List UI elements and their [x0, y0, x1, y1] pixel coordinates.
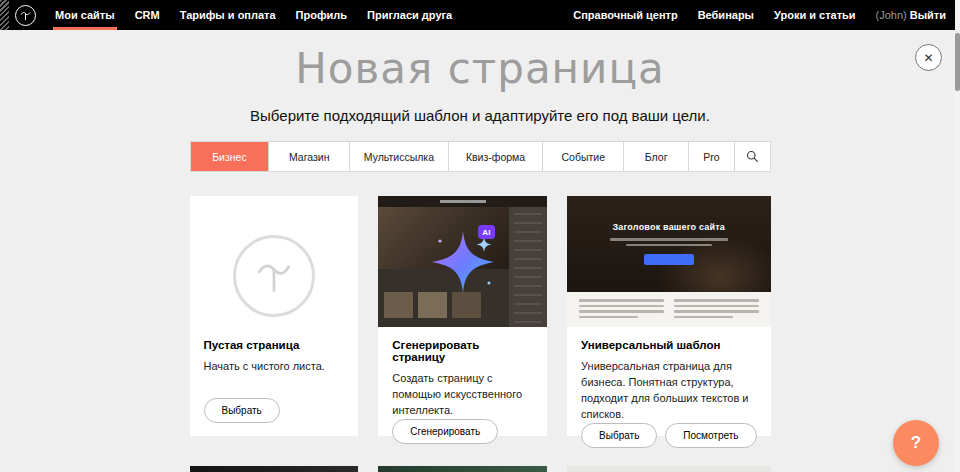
page-subtitle: Выберите подходящий шаблон и адаптируйте…: [0, 107, 960, 124]
tab-label: Бизнес: [212, 151, 246, 163]
close-button[interactable]: ✕: [915, 44, 942, 71]
card-title: Сгенерировать страницу: [392, 339, 533, 363]
preview-subtext-line: [626, 244, 712, 247]
nav-item-crm[interactable]: CRM: [125, 0, 170, 30]
card-title: Универсальный шаблон: [581, 339, 756, 351]
scrollbar-thumb[interactable]: [955, 33, 960, 91]
nav-item-webinars[interactable]: Вебинары: [688, 0, 764, 30]
nav-item-my-sites[interactable]: Мои сайты: [45, 0, 125, 30]
preview-side-panel: [509, 207, 547, 327]
nav-item-label: Пригласи друга: [367, 9, 452, 21]
preview-text-line: [674, 299, 759, 302]
page-title: Новая страница: [0, 46, 960, 92]
nav-item-label: Уроки и статьи: [774, 9, 856, 21]
topbar-nav-left: Мои сайты CRM Тарифы и оплата Профиль Пр…: [45, 0, 462, 30]
nav-item-label: Профиль: [296, 9, 347, 21]
tilda-logo-button[interactable]: [9, 0, 45, 30]
ai-badge: AI: [478, 225, 495, 239]
topbar: Мои сайты CRM Тарифы и оплата Профиль Пр…: [0, 0, 960, 30]
template-card-ai-generate[interactable]: AI Сгенерировать страницу Создать страни…: [378, 196, 547, 436]
card-body: Универсальный шаблон Универсальная стран…: [567, 327, 770, 423]
scrollbar-track[interactable]: [955, 0, 960, 472]
blank-page-media: [190, 196, 359, 327]
tab-label: Мультиссылка: [364, 151, 434, 163]
preview-text-column: [579, 299, 664, 320]
nav-item-label: Справочный центр: [573, 9, 677, 21]
template-card-partial[interactable]: [190, 466, 359, 472]
card-title: Пустая страница: [204, 339, 345, 351]
tab-business[interactable]: Бизнес: [191, 142, 269, 171]
tab-pro[interactable]: Pro: [688, 142, 733, 171]
nav-item-label: Вебинары: [698, 9, 754, 21]
card-footer: Выбрать: [190, 398, 359, 436]
preview-thumbnail: [384, 292, 413, 318]
preview-text-line: [579, 316, 638, 319]
nav-item-billing[interactable]: Тарифы и оплата: [170, 0, 286, 30]
tab-quiz-form[interactable]: Квиз-форма: [448, 142, 543, 171]
card-footer: Выбрать Посмотреть: [567, 423, 770, 461]
tilda-mark-icon: [233, 235, 315, 317]
template-card-partial[interactable]: [567, 466, 770, 472]
tab-label: Квиз-форма: [466, 151, 525, 163]
ai-generate-media: AI: [378, 196, 547, 327]
tab-label: Pro: [703, 151, 719, 163]
card-description: Создать страницу с помощью искусственног…: [392, 371, 533, 419]
preview-text-line: [674, 310, 759, 313]
search-icon: [746, 150, 759, 163]
topbar-nav-right: Справочный центр Вебинары Уроки и статьи…: [563, 0, 960, 30]
card-media: [567, 466, 770, 472]
card-media: [190, 466, 359, 472]
card-body: Пустая страница Начать с чистого листа.: [190, 327, 359, 375]
logout-label: Выйти: [910, 9, 946, 21]
universal-template-media: Заголовок вашего сайта: [567, 196, 770, 327]
preview-text-column: [674, 299, 759, 320]
tab-search[interactable]: [734, 142, 770, 171]
nav-item-invite-friend[interactable]: Пригласи друга: [357, 0, 462, 30]
card-footer: Сгенерировать: [378, 419, 547, 457]
help-button[interactable]: ?: [893, 420, 939, 466]
template-card-blank-page[interactable]: Пустая страница Начать с чистого листа. …: [190, 196, 359, 436]
choose-button[interactable]: Выбрать: [204, 398, 280, 423]
card-media: [378, 466, 547, 472]
choose-button[interactable]: Выбрать: [581, 423, 657, 448]
user-name: (John): [876, 9, 907, 21]
preview-text-line: [579, 305, 664, 308]
tab-blog[interactable]: Блог: [623, 142, 688, 171]
tab-label: Событие: [561, 151, 605, 163]
nav-item-profile[interactable]: Профиль: [286, 0, 357, 30]
preview-text-line: [674, 305, 759, 308]
tab-multilink[interactable]: Мультиссылка: [349, 142, 448, 171]
new-page-modal: ✕ Новая страница Выберите подходящий шаб…: [0, 30, 960, 472]
preview-text-line: [579, 299, 664, 302]
template-card-universal[interactable]: Заголовок вашего сайта: [567, 196, 770, 436]
close-icon: ✕: [923, 51, 933, 65]
card-description: Универсальная страница для бизнеса. Поня…: [581, 359, 756, 423]
preview-site-title-line: [440, 200, 486, 203]
corner-pattern: [0, 0, 9, 30]
nav-item-label: CRM: [135, 9, 160, 21]
card-body: Сгенерировать страницу Создать страницу …: [378, 327, 547, 419]
preview-text-section: [567, 292, 770, 327]
nav-item-help-center[interactable]: Справочный центр: [563, 0, 687, 30]
preview-text-line: [674, 316, 733, 319]
nav-item-label: Тарифы и оплата: [180, 9, 276, 21]
template-cards-grid: Пустая страница Начать с чистого листа. …: [190, 196, 771, 472]
preview-heading: Заголовок вашего сайта: [612, 222, 725, 232]
help-label: ?: [911, 433, 921, 453]
template-category-tabs: Бизнес Магазин Мультиссылка Квиз-форма С…: [190, 141, 771, 172]
preview-dark-section: Заголовок вашего сайта: [567, 196, 770, 292]
preview-text-line: [579, 310, 664, 313]
card-description: Начать с чистого листа.: [204, 359, 345, 375]
tab-label: Магазин: [289, 151, 330, 163]
generate-button[interactable]: Сгенерировать: [392, 419, 498, 444]
preview-cta-button: [644, 254, 694, 265]
template-card-partial[interactable]: [378, 466, 547, 472]
tab-shop[interactable]: Магазин: [268, 142, 349, 171]
nav-item-lessons[interactable]: Уроки и статьи: [764, 0, 866, 30]
preview-subtext-line: [610, 238, 728, 241]
nav-item-label: Мои сайты: [55, 9, 115, 21]
logout-link[interactable]: (John) Выйти: [866, 0, 960, 30]
tilda-logo-icon: [15, 5, 36, 26]
preview-button[interactable]: Посмотреть: [665, 423, 756, 448]
tab-event[interactable]: Событие: [542, 142, 623, 171]
